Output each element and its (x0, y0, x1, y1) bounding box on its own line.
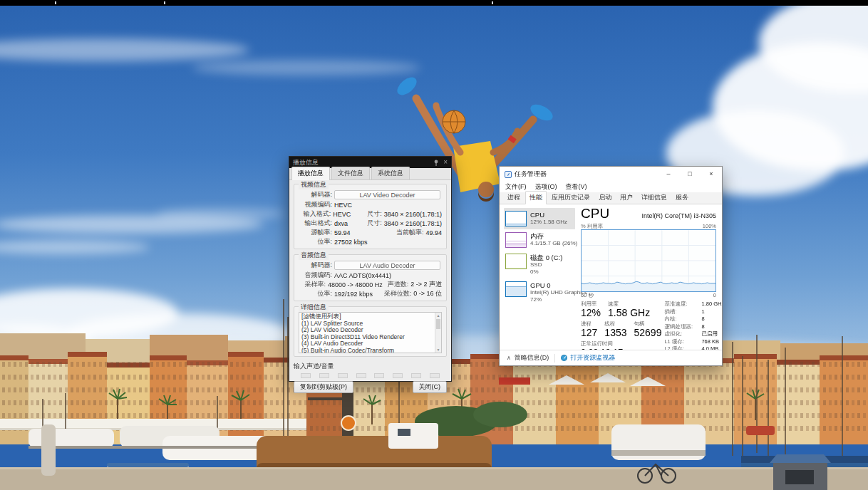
task-manager-window: 任务管理器 – □ × 文件(F) 选项(O) 查看(V) 进程 性能 应用历史… (499, 166, 723, 366)
speed-label: 速度 (608, 301, 650, 307)
maximize-button[interactable]: □ (679, 167, 701, 182)
dialog-tabs: 播放信息 文件信息 系统信息 (289, 168, 451, 180)
scroll-thumb[interactable] (436, 319, 440, 329)
scroll-down-icon[interactable]: ▼ (435, 347, 441, 353)
close-button[interactable]: × (701, 167, 722, 182)
tab-system-info[interactable]: 系统信息 (371, 167, 410, 179)
audio-bitrate-label: 位率: (299, 289, 334, 298)
cpu-model-name: Intel(R) Core(TM) i3-N305 (641, 212, 716, 219)
sample-rate-label: 采样率: (299, 280, 328, 289)
dialog-title: 播放信息 (293, 158, 433, 167)
close-icon[interactable]: × (443, 159, 448, 166)
performance-sidebar: CPU 12% 1.58 GHz 内存 4.1/15.7 GB (26%) 磁盘… (500, 204, 575, 350)
audio-bitrate-value: 192/192 kbps (334, 291, 373, 298)
filter-list-item: (5) Built-in Audio Codec/Transform (301, 348, 439, 354)
audio-decoder-field: LAV Audio Decoder (334, 261, 440, 270)
handles-label: 句柄 (634, 320, 662, 327)
tm-tabs: 进程 性能 应用历史记录 启动 用户 详细信息 服务 (500, 192, 722, 204)
scrollbar[interactable]: ▲ ▼ (435, 313, 441, 353)
sidebar-item-disk[interactable]: 磁盘 0 (C:) SSD 0% (504, 251, 575, 278)
input-size-label: 尺寸: (351, 209, 383, 219)
video-info-title: 视频信息 (299, 180, 329, 189)
sample-bits-label: 采样位数: (373, 289, 413, 298)
input-volume-title: 输入声道/音量 (294, 362, 447, 371)
minimize-button[interactable]: – (658, 167, 679, 182)
speed-value: 1.58 GHz (608, 307, 650, 318)
media-info-dialog: 播放信息 × 播放信息 文件信息 系统信息 视频信息 解码器: LAV Vide… (289, 156, 452, 382)
menu-file[interactable]: 文件(F) (505, 182, 527, 192)
video-decoder-label: 解码器: (299, 190, 334, 199)
tab-app-history[interactable]: 应用历史记录 (548, 192, 594, 204)
input-format-value: HEVC (333, 211, 351, 218)
foliage (473, 402, 527, 427)
menu-view[interactable]: 查看(V) (566, 182, 587, 192)
head (478, 182, 494, 197)
threads-label: 线程 (604, 320, 626, 327)
processes-value: 127 (581, 327, 597, 338)
quay (0, 469, 868, 490)
video-decoder-field: LAV Video Decoder (334, 190, 440, 199)
disk-thumbnail-graph (505, 254, 527, 269)
tab-details[interactable]: 详细信息 (638, 192, 671, 204)
channel-meter (338, 373, 348, 378)
tab-playback-info[interactable]: 播放信息 (291, 167, 330, 180)
source-fps-label: 源帧率: (299, 228, 334, 237)
sidebar-item-memory[interactable]: 内存 4.1/15.7 GB (26%) (504, 229, 575, 251)
utilization-label: 利用率 (581, 301, 601, 307)
task-manager-icon (505, 171, 512, 178)
copy-to-clipboard-button[interactable]: 复制到剪贴板(P) (294, 381, 353, 393)
fewer-details-toggle[interactable]: ∧ 简略信息(D) (507, 353, 549, 363)
channel-meter (411, 373, 421, 378)
graph-x-left: 60 秒 (581, 292, 594, 299)
memory-thumbnail-graph (505, 232, 527, 248)
sidebar-item-cpu[interactable]: CPU 12% 1.58 GHz (504, 208, 575, 229)
cpu-stats-right: 基准速度:1.80 GHz 插槽:1 内核:8 逻辑处理器:8 虚拟化:已启用 … (661, 301, 722, 350)
video-info-group: 视频信息 解码器: LAV Video Decoder 视频编码: HEVC 输… (294, 184, 447, 249)
source-fps-value: 59.94 (334, 229, 384, 236)
tab-processes[interactable]: 进程 (504, 192, 524, 204)
audio-info-title: 音频信息 (299, 251, 329, 260)
tab-users[interactable]: 用户 (616, 192, 636, 204)
audio-codec-label: 音频编码: (299, 271, 334, 280)
audio-codec-value: AAC ADTS(0x4441) (334, 272, 391, 279)
sidebar-item-gpu[interactable]: GPU 0 Intel(R) UHD Graphics 72% (504, 278, 575, 306)
cpu-thumbnail-graph (505, 211, 527, 226)
open-resource-monitor-link[interactable]: 打开资源监视器 (561, 353, 615, 363)
tab-startup[interactable]: 启动 (595, 192, 615, 204)
seek-tick (55, 1, 56, 4)
tab-performance[interactable]: 性能 (525, 191, 547, 204)
cpu-panel-title: CPU (581, 206, 609, 221)
input-size-value: 3840 × 2160(1.78:1) (384, 211, 442, 218)
channels-label: 声道数: (383, 280, 410, 289)
channel-meter (356, 373, 366, 378)
current-fps-value: 49.94 (425, 229, 442, 236)
output-format-value: dxva (334, 220, 350, 227)
tm-titlebar[interactable]: 任务管理器 – □ × (500, 167, 722, 182)
video-bitrate-value: 27502 kbps (334, 239, 368, 246)
detail-info-title: 详细信息 (299, 303, 329, 312)
chevron-up-icon: ∧ (507, 355, 511, 361)
tab-file-info[interactable]: 文件信息 (331, 167, 370, 179)
cpu-usage-graph[interactable] (581, 229, 716, 292)
seek-tick (164, 1, 165, 4)
gpu-thumbnail-graph (505, 281, 527, 297)
graph-x-right: 0 (713, 292, 716, 299)
channel-meter (430, 373, 440, 378)
channels-value: 2 -> 2 声道 (410, 280, 442, 289)
utilization-value: 12% (581, 307, 601, 318)
handles-value: 52699 (634, 327, 662, 338)
seek-tick (492, 1, 493, 4)
channel-meter (393, 373, 403, 378)
video-top-bar (0, 0, 868, 6)
uptime-value: 0:23:19:17 (581, 347, 623, 350)
filter-list[interactable]: [滤镜使用列表] (1) LAV Splitter Source (2) LAV… (299, 312, 442, 353)
pin-icon[interactable] (433, 160, 439, 166)
tab-services[interactable]: 服务 (672, 192, 692, 204)
basketball (443, 110, 465, 133)
threads-value: 1353 (604, 327, 626, 338)
audio-info-group: 音频信息 解码器: LAV Audio Decoder 音频编码: AAC AD… (294, 254, 447, 301)
close-button[interactable]: 关闭(C) (413, 381, 448, 393)
scroll-up-icon[interactable]: ▲ (435, 313, 441, 318)
sample-bits-value: 0 -> 16 位 (413, 289, 442, 298)
channel-meter (301, 373, 311, 378)
